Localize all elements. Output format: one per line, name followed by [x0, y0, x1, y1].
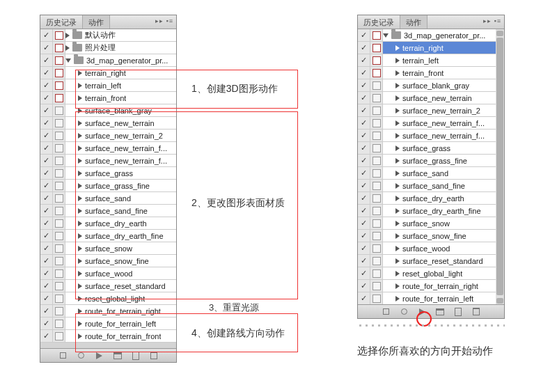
toggle-checkbox[interactable]: ✓	[40, 155, 53, 166]
toggle-checkbox[interactable]: ✓	[40, 317, 53, 329]
action-row[interactable]: ✓surface_dry_earth	[40, 217, 176, 230]
expand-icon[interactable]	[78, 221, 82, 226]
action-row[interactable]: ✓surface_new_terrain_f...	[358, 130, 504, 142]
dialog-toggle[interactable]	[53, 54, 65, 66]
toggle-checkbox[interactable]: ✓	[358, 292, 370, 304]
expand-icon[interactable]	[395, 296, 400, 301]
trash-icon[interactable]	[471, 307, 481, 317]
expand-icon[interactable]	[78, 108, 82, 113]
dialog-toggle[interactable]	[53, 317, 65, 329]
dialog-toggle[interactable]	[53, 255, 65, 267]
record-icon[interactable]	[399, 307, 409, 317]
toggle-checkbox[interactable]: ✓	[358, 242, 370, 254]
toggle-checkbox[interactable]: ✓	[40, 104, 53, 116]
toggle-checkbox[interactable]: ✓	[358, 104, 370, 116]
dialog-toggle[interactable]	[53, 205, 65, 217]
toggle-checkbox[interactable]: ✓	[40, 167, 53, 179]
action-row[interactable]: ✓surface_grass	[40, 167, 176, 180]
toggle-checkbox[interactable]: ✓	[40, 117, 53, 129]
expand-icon[interactable]	[395, 196, 400, 201]
action-row[interactable]: ✓terrain_left	[358, 54, 504, 67]
dialog-toggle[interactable]	[53, 330, 65, 342]
toggle-checkbox[interactable]: ✓	[40, 267, 53, 279]
expand-icon[interactable]	[395, 120, 400, 126]
stop-icon[interactable]	[58, 351, 68, 361]
expand-icon[interactable]	[395, 146, 400, 151]
scroll-thumb[interactable]	[496, 38, 503, 295]
toggle-checkbox[interactable]: ✓	[40, 79, 53, 91]
toggle-checkbox[interactable]: ✓	[40, 330, 53, 342]
expand-icon[interactable]	[78, 246, 82, 251]
dialog-toggle[interactable]	[53, 167, 65, 179]
dialog-toggle[interactable]	[370, 54, 383, 66]
tab-actions[interactable]: 动作	[83, 15, 110, 29]
expand-icon[interactable]	[78, 196, 82, 201]
dialog-toggle[interactable]	[370, 217, 383, 229]
expand-icon[interactable]	[395, 233, 400, 239]
tab-history[interactable]: 历史记录	[358, 15, 400, 29]
toggle-checkbox[interactable]: ✓	[40, 242, 53, 254]
expand-icon[interactable]	[78, 258, 82, 264]
expand-icon[interactable]	[395, 158, 400, 164]
toggle-checkbox[interactable]: ✓	[40, 54, 53, 66]
tab-actions[interactable]: 动作	[400, 15, 427, 29]
action-row[interactable]: ✓surface_reset_standard	[40, 280, 176, 292]
expand-icon[interactable]	[395, 208, 400, 214]
toggle-checkbox[interactable]: ✓	[358, 267, 370, 279]
toggle-checkbox[interactable]: ✓	[358, 142, 370, 154]
expand-icon[interactable]	[78, 321, 82, 327]
expand-icon[interactable]	[78, 70, 82, 76]
action-set-row[interactable]: ✓照片处理	[40, 42, 176, 54]
action-row[interactable]: ✓surface_new_terrain_2	[358, 104, 504, 117]
action-row[interactable]: ✓surface_grass_fine	[358, 155, 504, 167]
toggle-checkbox[interactable]: ✓	[358, 280, 370, 292]
toggle-checkbox[interactable]: ✓	[358, 167, 370, 179]
dialog-toggle[interactable]	[370, 29, 383, 41]
action-row[interactable]: ✓surface_new_terrain_f...	[40, 155, 176, 167]
expand-icon[interactable]	[78, 171, 82, 176]
collapse-icon[interactable]	[65, 58, 71, 63]
toggle-checkbox[interactable]: ✓	[40, 130, 53, 141]
toggle-checkbox[interactable]: ✓	[358, 255, 370, 267]
action-row[interactable]: ✓route_for_terrain_left	[40, 317, 176, 330]
expand-icon[interactable]	[395, 271, 400, 276]
toggle-checkbox[interactable]: ✓	[358, 180, 370, 191]
expand-icon[interactable]	[395, 171, 400, 176]
dialog-toggle[interactable]	[53, 192, 65, 204]
expand-icon[interactable]	[395, 133, 400, 139]
action-row[interactable]: ✓route_for_terrain_right	[358, 280, 504, 292]
dialog-toggle[interactable]	[53, 130, 65, 141]
trash-icon[interactable]	[149, 351, 159, 361]
dialog-toggle[interactable]	[370, 130, 383, 141]
dialog-toggle[interactable]	[53, 242, 65, 254]
action-row[interactable]: ✓reset_global_light	[40, 292, 176, 305]
action-row[interactable]: ✓surface_blank_gray	[40, 104, 176, 117]
action-row[interactable]: ✓surface_new_terrain	[358, 92, 504, 104]
dialog-toggle[interactable]	[370, 42, 383, 54]
expand-icon[interactable]	[78, 158, 82, 164]
dialog-toggle[interactable]	[370, 255, 383, 267]
toggle-checkbox[interactable]: ✓	[40, 255, 53, 267]
toggle-checkbox[interactable]: ✓	[358, 54, 370, 66]
dialog-toggle[interactable]	[370, 267, 383, 279]
toggle-checkbox[interactable]: ✓	[40, 205, 53, 217]
expand-icon[interactable]	[395, 221, 400, 226]
expand-icon[interactable]	[395, 95, 400, 101]
dialog-toggle[interactable]	[53, 104, 65, 116]
toggle-checkbox[interactable]: ✓	[358, 117, 370, 129]
toggle-checkbox[interactable]: ✓	[40, 292, 53, 304]
dialog-toggle[interactable]	[370, 280, 383, 292]
dialog-toggle[interactable]	[370, 242, 383, 254]
collapse-icon[interactable]	[383, 33, 389, 38]
dialog-toggle[interactable]	[370, 192, 383, 204]
action-row[interactable]: ✓surface_new_terrain	[40, 117, 176, 130]
dialog-toggle[interactable]	[53, 92, 65, 104]
action-row[interactable]: ✓surface_wood	[40, 267, 176, 280]
dialog-toggle[interactable]	[53, 155, 65, 166]
action-row[interactable]: ✓surface_new_terrain_f...	[40, 142, 176, 155]
action-row[interactable]: ✓surface_snow_fine	[358, 230, 504, 242]
expand-icon[interactable]	[395, 108, 400, 113]
expand-icon[interactable]	[78, 95, 82, 101]
tab-history[interactable]: 历史记录	[40, 15, 83, 29]
new-set-icon[interactable]	[113, 351, 123, 361]
